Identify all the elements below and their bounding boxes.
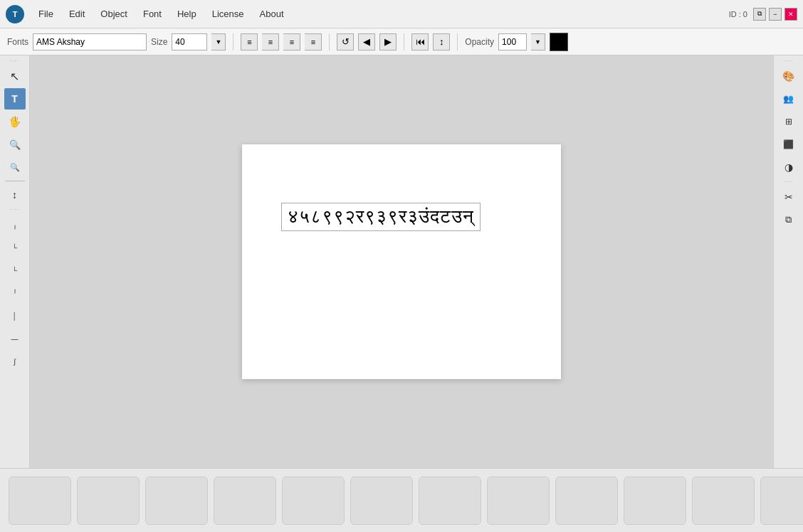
transform-tool[interactable]: ↕ [4,184,26,206]
sep1 [233,33,233,50]
first-button[interactable]: ⏮ [411,33,429,50]
size-input[interactable] [172,33,207,50]
select-tool[interactable]: ↖ [4,65,26,87]
left-handle-mid: ···· [10,207,19,213]
sep4 [457,33,458,50]
thumbnail-7[interactable] [419,477,481,525]
thumbnail-12[interactable] [760,477,803,525]
id-label: ID : 0 [729,10,747,18]
menu-file[interactable]: File [31,6,61,22]
toolbar: Fonts Size ▼ ≡ ≡ ≡ ≡ ↺ ◀ ▶ ⏮ ↕ Opacity ▼ [0,28,803,55]
thumbnail-9[interactable] [555,477,618,525]
opacity-label: Opacity [465,37,494,47]
fonts-label: Fonts [7,37,28,47]
align-center-button[interactable]: ≡ [262,33,279,50]
bottom-panel [0,468,803,532]
sep2 [329,33,330,50]
tool-g[interactable]: ∫ [4,351,26,372]
window-controls: ⧉ − ✕ [753,8,797,21]
opacity-dropdown[interactable]: ▼ [531,33,545,50]
thumbnail-5[interactable] [282,477,345,525]
left-handle-top: ···· [10,58,19,64]
left-sep1 [5,181,25,181]
sep3 [404,33,404,50]
canvas-area: ४५८९९२र९३९र३उंदटउन् [30,55,773,468]
hand-tool[interactable]: 🖐 [4,111,26,132]
opacity-input[interactable] [498,33,527,50]
right-handle-mid: ···· [784,179,793,185]
close-button[interactable]: ✕ [784,8,797,21]
menu-font[interactable]: Font [136,6,169,22]
fit-button[interactable]: ↕ [433,33,450,50]
tool-d[interactable]: ╵ [4,282,26,304]
tool-f[interactable]: — [4,328,26,349]
font-name-input[interactable] [33,33,147,50]
thumbnail-3[interactable] [145,477,208,525]
text-box[interactable]: ४५८९९२र९३९र३उंदटउन् [281,203,481,231]
thumbnail-4[interactable] [214,477,276,525]
menu-object[interactable]: Object [93,6,135,22]
restore-button[interactable]: ⧉ [753,8,766,21]
size-label: Size [151,37,167,47]
thumbnail-2[interactable] [77,477,140,525]
align-justify-button[interactable]: ≡ [305,33,322,50]
menu-edit[interactable]: Edit [62,6,92,22]
layers-tool[interactable]: ⧉ [778,209,799,230]
app-icon: T [6,5,24,23]
left-toolbar: ···· ↖ T 🖐 🔍 🔍 ↕ ···· ╷ └ └ ╵ │ — ∫ [0,55,30,468]
align-right-button[interactable]: ≡ [283,33,300,50]
align-left-button[interactable]: ≡ [241,33,258,50]
right-handle-top: ···· [784,58,793,64]
tool-a[interactable]: ╷ [4,214,26,235]
color-palette-tool[interactable]: 🎨 [778,65,799,87]
cube-tool[interactable]: ⬛ [778,134,799,155]
zoom-in-tool[interactable]: 🔍 [4,134,26,155]
main-layout: ···· ↖ T 🖐 🔍 🔍 ↕ ···· ╷ └ └ ╵ │ — ∫ ४५८९… [0,55,803,468]
scissors-tool[interactable]: ✂ [778,186,799,208]
thumbnail-6[interactable] [350,477,413,525]
table-tool[interactable]: ⊞ [778,111,799,132]
size-dropdown[interactable]: ▼ [211,33,226,50]
right-toolbar: ···· 🎨 👥 ⊞ ⬛ ◑ ···· ✂ ⧉ [773,55,803,468]
next-button[interactable]: ▶ [379,33,397,50]
tool-e[interactable]: │ [4,305,26,326]
menu-about[interactable]: About [253,6,291,22]
minimize-button[interactable]: − [769,8,782,21]
prev-button[interactable]: ◀ [358,33,375,50]
thumbnail-8[interactable] [487,477,550,525]
contrast-tool[interactable]: ◑ [778,156,799,178]
tool-b[interactable]: └ [4,237,26,258]
thumbnail-1[interactable] [9,477,71,525]
menu-license[interactable]: License [205,6,251,22]
color-swatch[interactable] [550,33,568,51]
white-canvas: ४५८९९२र९३९र३उंदटउन् [242,144,561,379]
titlebar: T File Edit Object Font Help License Abo… [0,0,803,28]
thumbnail-11[interactable] [692,477,755,525]
thumbnail-10[interactable] [624,477,686,525]
rotate-button[interactable]: ↺ [337,33,354,50]
group-tool[interactable]: 👥 [778,88,799,110]
tool-c[interactable]: └ [4,260,26,281]
text-tool[interactable]: T [4,88,26,110]
zoom-out-tool[interactable]: 🔍 [4,156,26,178]
menu-help[interactable]: Help [170,6,204,22]
